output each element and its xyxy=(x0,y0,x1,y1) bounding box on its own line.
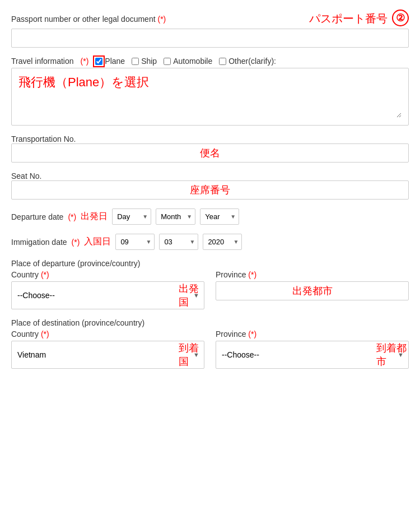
plane-checkbox-group: Plane xyxy=(95,57,125,66)
travel-info-japanese: 飛行機（Plane）を選択 xyxy=(18,75,149,89)
automobile-checkbox-group: Automobile xyxy=(164,57,212,66)
departure-province-input[interactable] xyxy=(216,282,408,300)
seat-input[interactable] xyxy=(12,181,408,199)
passport-label-text: Passport number or other legal document xyxy=(11,15,156,24)
place-departure-title: Place of departure (province/country) xyxy=(11,259,409,268)
destination-province-group: Province (*) --Choose-- Hanoi Ho Chi Min… xyxy=(216,330,409,369)
immigration-date-label: Immigation date xyxy=(11,238,67,247)
plane-checkbox[interactable] xyxy=(95,58,102,65)
immigration-date-required: (*) xyxy=(72,238,80,247)
immigration-month-wrapper: 0102030405 0607080910 1112 ▼ xyxy=(159,234,198,250)
departure-country-province-row: Country (*) --Choose-- Japan USA Vietnam… xyxy=(11,270,409,309)
travel-info-required: (*) xyxy=(81,57,89,66)
automobile-checkbox[interactable] xyxy=(164,58,171,65)
ship-checkbox[interactable] xyxy=(132,58,139,65)
departure-date-row: Departure date (*) 出発日 Day 0102030405 06… xyxy=(11,208,409,225)
departure-month-wrapper: Month 0102030405 0607080910 1112 ▼ xyxy=(156,208,195,225)
departure-date-japanese: 出発日 xyxy=(81,211,108,222)
immigration-date-section: Immigation date (*) 入国日 0102030405 06070… xyxy=(11,234,409,250)
travel-info-textarea-block: 飛行機（Plane）を選択 xyxy=(11,68,409,126)
departure-province-label: Province (*) xyxy=(216,270,409,279)
destination-country-select[interactable]: --Choose-- Japan USA Vietnam xyxy=(12,346,176,364)
step-group: パスポート番号 ② xyxy=(309,11,409,26)
destination-country-select-wrapper: --Choose-- Japan USA Vietnam 到着国 ▼ xyxy=(11,341,204,369)
passport-header: Passport number or other legal document … xyxy=(11,11,409,26)
other-label[interactable]: Other(clarify): xyxy=(228,57,276,66)
transportation-input-wrapper: 便名 xyxy=(11,143,409,163)
travel-info-section: Travel information (*) Plane Ship Automo… xyxy=(11,57,409,126)
passport-input[interactable] xyxy=(11,29,409,48)
seat-input-wrapper: 座席番号 xyxy=(11,180,409,200)
departure-year-wrapper: Year 201820192020 2021202220232024 ▼ xyxy=(200,208,239,225)
immigration-day-wrapper: 0102030405 0607080910 1112131415 1617181… xyxy=(115,234,155,250)
departure-country-japanese: 出発国 xyxy=(179,282,204,309)
departure-country-select-wrapper: --Choose-- Japan USA Vietnam 出発国 ▼ xyxy=(11,281,204,309)
transportation-input[interactable] xyxy=(12,144,408,162)
departure-province-input-wrapper: 出発都市 xyxy=(216,281,409,300)
place-destination-section: Place of destination (province/country) … xyxy=(11,318,409,369)
immigration-date-japanese: 入国日 xyxy=(84,236,111,248)
departure-country-group: Country (*) --Choose-- Japan USA Vietnam… xyxy=(11,270,204,309)
travel-info-label: Travel information xyxy=(11,57,74,66)
departure-country-label: Country (*) xyxy=(11,270,204,279)
passport-japanese-label: パスポート番号 xyxy=(309,11,388,26)
departure-country-select[interactable]: --Choose-- Japan USA Vietnam xyxy=(12,286,176,304)
immigration-day-select[interactable]: 0102030405 0607080910 1112131415 1617181… xyxy=(115,234,155,250)
step-circle: ② xyxy=(392,10,409,26)
destination-country-group: Country (*) --Choose-- Japan USA Vietnam… xyxy=(11,330,204,369)
plane-label[interactable]: Plane xyxy=(105,57,125,66)
ship-label[interactable]: Ship xyxy=(141,57,157,66)
departure-province-group: Province (*) 出発都市 xyxy=(216,270,409,300)
seat-label-row: Seat No. xyxy=(11,171,409,180)
departure-year-select[interactable]: Year 201820192020 2021202220232024 xyxy=(200,208,239,225)
place-departure-section: Place of departure (province/country) Co… xyxy=(11,259,409,309)
immigration-date-row: Immigation date (*) 入国日 0102030405 06070… xyxy=(11,234,409,250)
immigration-year-wrapper: 201820192020 2021202220232024 ▼ xyxy=(203,234,242,250)
destination-country-arrow: ▼ xyxy=(193,351,199,358)
other-checkbox-group: Other(clarify): xyxy=(219,57,276,66)
immigration-month-select[interactable]: 0102030405 0607080910 1112 xyxy=(159,234,198,250)
place-destination-title: Place of destination (province/country) xyxy=(11,318,409,327)
destination-province-select[interactable]: --Choose-- Hanoi Ho Chi Minh City xyxy=(216,346,374,364)
destination-province-japanese: 到着都市 xyxy=(376,341,408,368)
destination-country-japanese: 到着国 xyxy=(179,341,204,368)
departure-country-arrow: ▼ xyxy=(193,292,199,299)
transportation-label: Transportation No. xyxy=(11,135,76,143)
automobile-label[interactable]: Automobile xyxy=(173,57,212,66)
destination-province-label: Province (*) xyxy=(216,330,409,339)
departure-day-select[interactable]: Day 0102030405 0607080910 1112131415 161… xyxy=(112,208,151,225)
seat-section: Seat No. 座席番号 xyxy=(11,171,409,200)
destination-province-select-wrapper: --Choose-- Hanoi Ho Chi Minh City 到着都市 ▼ xyxy=(216,341,409,369)
departure-month-select[interactable]: Month 0102030405 0607080910 1112 xyxy=(156,208,195,225)
departure-date-label: Departure date xyxy=(11,212,63,221)
destination-province-arrow: ▼ xyxy=(398,351,404,358)
ship-checkbox-group: Ship xyxy=(132,57,157,66)
seat-label: Seat No. xyxy=(11,171,41,180)
passport-label: Passport number or other legal document … xyxy=(11,15,166,24)
immigration-year-select[interactable]: 201820192020 2021202220232024 xyxy=(203,234,242,250)
departure-date-section: Departure date (*) 出発日 Day 0102030405 06… xyxy=(11,208,409,225)
destination-country-province-row: Country (*) --Choose-- Japan USA Vietnam… xyxy=(11,330,409,369)
travel-info-row: Travel information (*) Plane Ship Automo… xyxy=(11,57,409,66)
travel-info-textarea[interactable] xyxy=(18,91,402,118)
passport-section: Passport number or other legal document … xyxy=(11,11,409,48)
transportation-label-row: Transportation No. xyxy=(11,135,409,143)
departure-date-required: (*) xyxy=(68,212,76,221)
destination-country-label: Country (*) xyxy=(11,330,204,339)
other-checkbox[interactable] xyxy=(219,58,226,65)
departure-day-wrapper: Day 0102030405 0607080910 1112131415 161… xyxy=(112,208,151,225)
transportation-section: Transportation No. 便名 xyxy=(11,135,409,163)
passport-required: (*) xyxy=(157,15,166,24)
